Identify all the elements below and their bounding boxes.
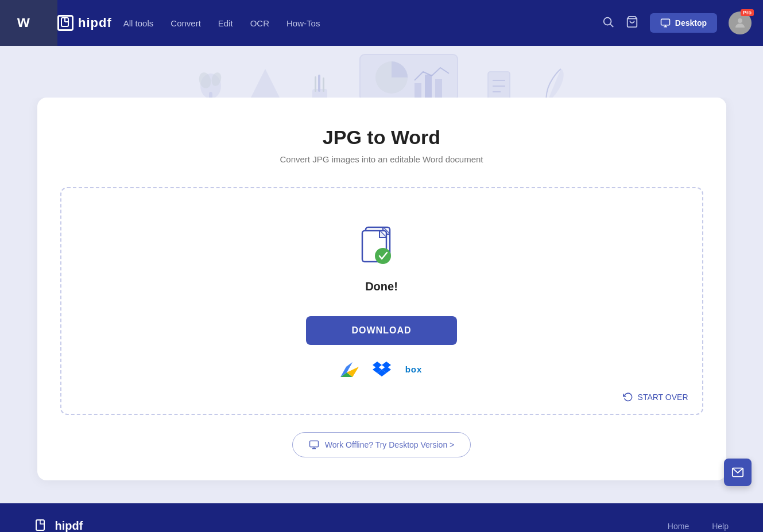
- pro-badge: Pro: [741, 9, 754, 16]
- file-success-icon: [359, 223, 405, 271]
- chart-monitor-illustration: [357, 52, 460, 98]
- wondershare-icon: w: [15, 10, 42, 36]
- svg-rect-30: [488, 72, 510, 98]
- page-subtitle: Convert JPG images into an editable Word…: [60, 154, 703, 164]
- box-button[interactable]: box: [404, 359, 424, 379]
- user-avatar-container[interactable]: Pro: [729, 11, 752, 34]
- svg-rect-20: [318, 75, 320, 92]
- desktop-banner: Work Offline? Try Desktop Version >: [60, 432, 703, 457]
- lamp-illustration: [248, 63, 282, 98]
- svg-text:w: w: [17, 13, 30, 30]
- hero-background: [0, 46, 763, 98]
- footer: hipdf Home Help: [0, 503, 763, 532]
- svg-rect-23: [360, 55, 458, 98]
- footer-hipdf-icon: [34, 519, 48, 532]
- document-illustration: [483, 69, 515, 98]
- search-button[interactable]: [602, 15, 614, 31]
- start-over-label: START OVER: [638, 393, 688, 402]
- svg-point-10: [738, 18, 742, 23]
- google-drive-button[interactable]: [339, 359, 360, 379]
- email-fab-icon: [731, 466, 744, 479]
- hipdf-brand[interactable]: hipdf: [57, 15, 112, 31]
- pencil-holder-illustration: [305, 72, 334, 98]
- download-button[interactable]: DOWNLOAD: [306, 316, 458, 345]
- quill-illustration: [538, 66, 567, 98]
- nav-edit[interactable]: Edit: [218, 15, 233, 31]
- email-fab-button[interactable]: [724, 459, 752, 486]
- svg-rect-7: [661, 19, 669, 25]
- svg-rect-45: [309, 441, 318, 447]
- svg-rect-21: [323, 77, 324, 92]
- nav-how-tos[interactable]: How-Tos: [286, 15, 320, 31]
- svg-rect-27: [435, 79, 442, 98]
- refresh-icon: [623, 392, 633, 402]
- svg-line-5: [610, 24, 613, 27]
- svg-point-36: [375, 248, 391, 264]
- page-title: JPG to Word: [60, 126, 703, 149]
- hipdf-text: hipdf: [78, 15, 112, 30]
- desktop-banner-label: Work Offline? Try Desktop Version >: [325, 440, 455, 449]
- footer-logo-text: hipdf: [55, 519, 83, 532]
- hipdf-logo-mark: [57, 15, 73, 31]
- plant-illustration: [196, 69, 225, 98]
- done-icon-wrapper: [359, 223, 405, 269]
- nav-all-tools[interactable]: All tools: [123, 15, 154, 31]
- desktop-banner-icon: [309, 440, 319, 450]
- footer-help-link[interactable]: Help: [712, 522, 729, 531]
- hero-illustration: [0, 46, 763, 98]
- footer-logo: hipdf: [34, 519, 83, 532]
- footer-links: Home Help: [668, 522, 729, 531]
- navbar: w hipdf All tools Convert Edit OCR How-T…: [0, 0, 763, 46]
- start-over-button[interactable]: START OVER: [623, 392, 688, 402]
- svg-marker-16: [251, 69, 280, 98]
- desktop-btn-label: Desktop: [675, 18, 707, 28]
- nav-convert[interactable]: Convert: [171, 15, 201, 31]
- nav-ocr[interactable]: OCR: [250, 15, 269, 31]
- desktop-icon: [660, 18, 671, 28]
- done-text: Done!: [365, 280, 398, 293]
- footer-home-link[interactable]: Home: [668, 522, 689, 531]
- box-label: box: [405, 364, 423, 374]
- svg-point-4: [603, 17, 611, 25]
- desktop-version-button[interactable]: Work Offline? Try Desktop Version >: [292, 432, 471, 457]
- desktop-button[interactable]: Desktop: [650, 13, 717, 33]
- main-card: JPG to Word Convert JPG images into an e…: [37, 98, 726, 480]
- wondershare-logo[interactable]: w: [0, 0, 57, 46]
- dropbox-button[interactable]: [371, 359, 392, 379]
- result-zone: Done! DOWNLOAD: [60, 187, 703, 415]
- svg-rect-25: [415, 83, 421, 98]
- cloud-save-options: box: [339, 359, 424, 379]
- svg-rect-26: [425, 75, 432, 98]
- cart-button[interactable]: [626, 15, 638, 31]
- main-content: JPG to Word Convert JPG images into an e…: [0, 98, 763, 503]
- svg-rect-22: [315, 76, 316, 92]
- nav-links: All tools Convert Edit OCR How-Tos: [123, 15, 602, 31]
- nav-actions: Desktop Pro: [602, 11, 752, 34]
